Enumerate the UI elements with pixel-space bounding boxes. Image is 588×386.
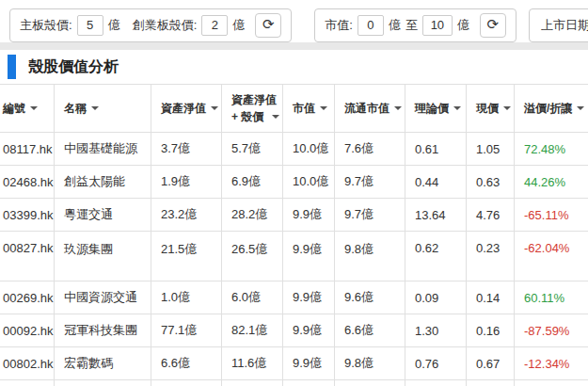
- shell-price-refresh-button[interactable]: ⟳: [255, 13, 281, 38]
- market-cap-max-unit: 億: [457, 17, 469, 34]
- table-header-row: 編號名稱資產淨值資產淨值+ 殼價 市值流通市值理論價現價溢價/折讓: [0, 85, 588, 133]
- cell-theory_price: 0.61: [405, 133, 467, 166]
- column-header-mcap[interactable]: 市值: [283, 85, 335, 133]
- cell-name: 宏霸數碼: [55, 347, 151, 380]
- column-header-label: 理論價: [415, 102, 449, 115]
- cell-mcap: 10.0億: [283, 133, 335, 166]
- table-row[interactable]: 00827.hk玖源集團21.5億26.5億9.9億9.8億0.620.23-6…: [0, 232, 588, 281]
- gem-board-shell-price-unit: 億: [232, 17, 245, 34]
- cell-premium: -12.34%: [515, 347, 588, 380]
- table-row[interactable]: 00092.hk冠軍科技集團77.1億82.1億9.9億6.6億1.300.16…: [0, 314, 588, 347]
- cell-price: 4.76: [467, 199, 515, 232]
- refresh-icon: ⟳: [262, 18, 275, 32]
- cell-premium: 72.48%: [515, 133, 588, 166]
- cell-name: 創益太陽能: [55, 166, 151, 199]
- market-cap-label: 市值:: [325, 17, 353, 34]
- cell-code: 00269.hk: [0, 281, 55, 314]
- cell-nav: 3.7億: [151, 133, 222, 166]
- table-row[interactable]: [0, 380, 588, 386]
- market-cap-max-input[interactable]: [422, 15, 453, 36]
- cell-mcap: 9.9億: [283, 347, 335, 380]
- market-cap-refresh-button[interactable]: ⟳: [480, 13, 506, 38]
- page-title: 殼股價值分析: [28, 57, 119, 77]
- table-row[interactable]: 03399.hk粵運交通23.2億28.2億9.9億9.7億13.644.76-…: [0, 199, 588, 232]
- column-header-label: 編號: [3, 102, 25, 115]
- table-row[interactable]: 00802.hk宏霸數碼6.6億11.6億9.9億9.8億0.760.67-12…: [0, 347, 588, 380]
- column-header-nav[interactable]: 資產淨值: [151, 85, 222, 133]
- cell-nav_plus_shell: 26.5億: [222, 232, 283, 281]
- cell-name: [55, 380, 151, 386]
- column-header-price[interactable]: 現價: [467, 85, 515, 133]
- main-board-shell-price-input[interactable]: [77, 15, 103, 36]
- cell-nav: 1.9億: [151, 166, 222, 199]
- cell-nav_plus_shell: [222, 380, 283, 386]
- section-separator: [0, 42, 588, 50]
- column-header-label: 市值: [293, 102, 315, 115]
- cell-nav_plus_shell: 6.9億: [222, 166, 283, 199]
- cell-nav_plus_shell: 28.2億: [222, 199, 283, 232]
- cell-price: [467, 380, 515, 386]
- cell-code: [0, 380, 55, 386]
- column-header-code[interactable]: 編號: [0, 85, 55, 133]
- cell-float_mcap: 9.7億: [335, 199, 405, 232]
- sort-caret-icon: [272, 115, 279, 119]
- cell-theory_price: 0.44: [405, 166, 467, 199]
- cell-theory_price: 0.62: [405, 232, 467, 281]
- sort-caret-icon: [30, 106, 38, 110]
- market-cap-min-input[interactable]: [358, 15, 384, 36]
- cell-code: 00802.hk: [0, 347, 55, 380]
- cell-price: 0.67: [467, 347, 515, 380]
- refresh-icon: ⟳: [487, 18, 500, 32]
- cell-code: 02468.hk: [0, 166, 55, 199]
- cell-premium: -62.04%: [515, 232, 588, 281]
- shell-stock-table: 編號名稱資產淨值資產淨值+ 殼價 市值流通市值理論價現價溢價/折讓 08117.…: [0, 84, 588, 386]
- cell-premium: 44.26%: [515, 166, 588, 199]
- column-header-label: 流通市值: [344, 102, 389, 115]
- cell-nav: 77.1億: [151, 314, 222, 347]
- cell-theory_price: 0.09: [405, 281, 467, 314]
- cell-name: 中國資源交通: [55, 281, 151, 314]
- column-header-label: 現價: [476, 102, 499, 115]
- cell-mcap: 9.9億: [283, 232, 335, 281]
- cell-theory_price: 1.30: [405, 314, 467, 347]
- cell-nav_plus_shell: 5.7億: [222, 133, 283, 166]
- table-body: 08117.hk中國基礎能源3.7億5.7億10.0億7.6億0.611.057…: [0, 133, 588, 386]
- column-header-nav_plus_shell[interactable]: 資產淨值+ 殼價: [222, 85, 283, 133]
- sort-caret-icon: [453, 106, 461, 110]
- column-header-float_mcap[interactable]: 流通市值: [335, 85, 405, 133]
- table-row[interactable]: 00269.hk中國資源交通1.0億6.0億9.9億9.6億0.090.1460…: [0, 281, 588, 314]
- column-header-theory_price[interactable]: 理論價: [405, 85, 467, 133]
- cell-premium: -65.11%: [515, 199, 588, 232]
- column-header-label: 名稱: [64, 102, 87, 115]
- column-header-label: 資產淨值: [161, 102, 206, 115]
- shell-price-filter-group: 主板殼價: 億 創業板殼價: 億 ⟳: [9, 8, 292, 42]
- cell-mcap: [283, 380, 335, 386]
- cell-mcap: 9.9億: [283, 199, 335, 232]
- cell-name: 粵運交通: [55, 199, 151, 232]
- cell-code: 08117.hk: [0, 133, 55, 166]
- main-board-shell-price-label: 主板殼價:: [20, 17, 72, 34]
- table-row[interactable]: 02468.hk創益太陽能1.9億6.9億10.0億9.7億0.440.6344…: [0, 166, 588, 199]
- gem-board-shell-price-input[interactable]: [201, 15, 228, 36]
- column-header-premium[interactable]: 溢價/折讓: [515, 85, 588, 133]
- cell-nav: 21.5億: [151, 232, 222, 281]
- column-header-name[interactable]: 名稱: [55, 85, 151, 133]
- cell-name: 玖源集團: [55, 232, 151, 281]
- cell-nav: 23.2億: [151, 199, 222, 232]
- cell-float_mcap: [335, 380, 405, 386]
- table-row[interactable]: 08117.hk中國基礎能源3.7億5.7億10.0億7.6億0.611.057…: [0, 133, 588, 166]
- cell-float_mcap: 9.8億: [335, 347, 405, 380]
- column-header-label: 溢價/折讓: [524, 102, 572, 115]
- cell-premium: 60.11%: [515, 281, 588, 314]
- cell-code: 00092.hk: [0, 314, 55, 347]
- sort-caret-icon: [577, 106, 584, 110]
- cell-price: 0.14: [467, 281, 515, 314]
- gem-board-shell-price-label: 創業板殼價:: [133, 17, 198, 34]
- sort-caret-icon: [91, 106, 99, 110]
- listing-date-button[interactable]: 上市日期: [529, 8, 588, 42]
- cell-mcap: 10.0億: [283, 166, 335, 199]
- accent-bar: [8, 55, 16, 79]
- cell-theory_price: [405, 380, 467, 386]
- cell-float_mcap: 9.7億: [335, 166, 405, 199]
- market-cap-filter-group: 市值: 億 至 億 ⟳: [314, 8, 516, 42]
